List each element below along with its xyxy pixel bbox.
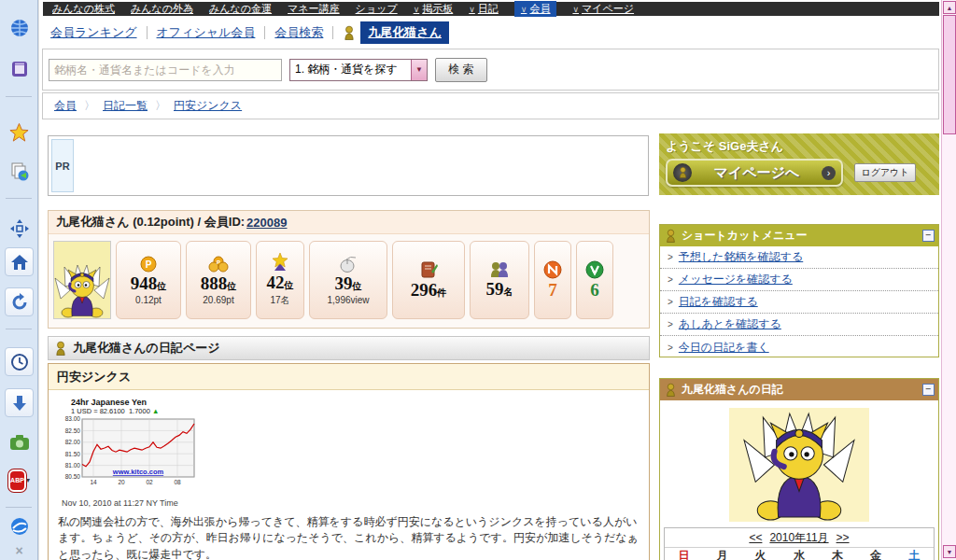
download-button[interactable] (5, 388, 34, 417)
calendar-month-label[interactable]: 2010年11月 (769, 530, 828, 546)
symbol-search-panel: 1. 銘柄・通貨を探す ▼ 検 索 (42, 49, 939, 91)
svg-text:www.kitco.com: www.kitco.com (112, 468, 164, 476)
badge-orange-icon (543, 260, 562, 279)
diary-article: 円安ジンクス 24hr Japanese Yen 1 USD = 82.6100… (48, 363, 650, 560)
weekday-thu: 木 (819, 548, 857, 560)
weekday-sat: 土 (895, 548, 934, 560)
nav-money-kouza[interactable]: マネー講座 (288, 2, 340, 16)
ie-browser-icon[interactable] (8, 515, 30, 537)
link-official-members[interactable]: オフィシャル会員 (157, 24, 256, 41)
svg-text:02: 02 (146, 479, 153, 485)
point-coin-icon: P (140, 256, 157, 273)
shortcut-link-messages[interactable]: メッセージを確認する (679, 272, 793, 287)
search-input[interactable] (49, 59, 282, 81)
favorites-star-icon[interactable] (8, 121, 30, 143)
nav-mypage[interactable]: ∨マイページ (572, 2, 634, 16)
mypage-button[interactable]: マイページへ › (666, 159, 843, 187)
globe-icon[interactable] (8, 17, 30, 38)
history-clock-button[interactable] (5, 347, 34, 376)
svg-text:80.50: 80.50 (65, 473, 81, 480)
scroll-down-button[interactable]: ▼ (943, 545, 956, 558)
calendar-prev-link[interactable]: << (749, 531, 762, 544)
crumb-current-entry[interactable]: 円安ジンクス (174, 98, 242, 114)
scroll-up-button[interactable]: ▲ (943, 1, 956, 14)
shortcut-link-footprints[interactable]: あしあとを確認する (679, 316, 781, 332)
shortcut-item: >あしあとを確認する (660, 314, 938, 336)
current-member-tab[interactable]: 九尾化猫さん (360, 21, 449, 44)
diary-calendar: << 2010年11月 >> 日 月 火 水 木 金 土 (664, 527, 935, 560)
chart-title: 24hr Japanese Yen (58, 398, 217, 407)
search-category-select[interactable]: 1. 銘柄・通貨を探す ▼ (289, 59, 428, 81)
scrollbar-thumb[interactable] (943, 15, 956, 134)
breadcrumb-separator: 〉 (155, 98, 166, 114)
member-pawn-icon (665, 229, 677, 244)
nav-minna-kabushiki[interactable]: みんなの株式 (52, 2, 115, 16)
link-member-ranking[interactable]: 会員ランキング (50, 24, 137, 41)
divider (332, 26, 333, 39)
nav-nikki[interactable]: ∨日記 (469, 2, 499, 16)
stat-value: 42 (267, 273, 285, 292)
member-avatar[interactable] (53, 241, 111, 319)
stat-sub: 20.69pt (203, 295, 233, 305)
diary-book-icon (419, 260, 438, 279)
article-text: 私の関連会社の方で、海外出張から帰ってきて、精算をする時必ず円安になるというジン… (58, 514, 640, 560)
stat-total-point-rank[interactable]: P 888位 20.69pt (186, 241, 251, 319)
member-title: 九尾化猫さん (0.12point) / 会員ID: 220089 (49, 211, 649, 234)
stat-point-rank[interactable]: P 948位 0.12pt (116, 241, 181, 319)
select-arrow-icon[interactable]: ▼ (411, 60, 427, 80)
calendar-next-link[interactable]: >> (836, 531, 850, 544)
nav-kaiin-active[interactable]: ∨会員 (514, 1, 557, 17)
nav-minna-gaitame[interactable]: みんなの外為 (131, 2, 193, 16)
stat-unit: 位 (353, 281, 362, 291)
shortcut-menu-box: ショートカットメニュー − >予想した銘柄を確認する >メッセージを確認する >… (659, 224, 939, 357)
stat-unit: 位 (157, 281, 166, 291)
stat-value: 296 (411, 280, 438, 300)
stat-fan-rank[interactable]: 42位 17名 (256, 241, 304, 319)
search-button[interactable]: 検 索 (435, 58, 487, 82)
stat-friend-count[interactable]: 59名 (470, 241, 529, 319)
adblock-icon[interactable]: ABP ▾ (8, 469, 30, 491)
stat-news-orange[interactable]: 7 (534, 241, 571, 319)
svg-text:P: P (217, 259, 220, 265)
collapse-button[interactable]: − (922, 230, 935, 242)
stat-value: 6 (590, 280, 599, 300)
dropdown-marker-icon: ∨ (521, 5, 527, 14)
stat-unit: 件 (437, 287, 446, 298)
shortcut-link-predicted-stocks[interactable]: 予想した銘柄を確認する (679, 249, 803, 265)
shortcut-link-write-diary[interactable]: 今日の日記を書く (679, 340, 769, 356)
calendar-weekday-row: 日 月 火 水 木 金 土 (665, 548, 934, 560)
screenshot-camera-icon[interactable] (8, 431, 30, 453)
article-title: 円安ジンクス (49, 364, 649, 390)
stat-news-green[interactable]: 6 (576, 241, 613, 319)
nav-keijiban[interactable]: ∨掲示板 (414, 2, 454, 16)
dropdown-marker-icon: ∨ (572, 5, 579, 14)
nav-shop[interactable]: ショップ (356, 2, 398, 16)
shortcut-menu-header: ショートカットメニュー − (660, 225, 938, 246)
nav-minna-kinun[interactable]: みんなの金運 (209, 2, 272, 16)
stat-access-rank[interactable]: 39位 1,996view (309, 241, 387, 319)
member-avatar-large (729, 408, 869, 522)
new-window-icon[interactable] (8, 58, 30, 79)
close-icon[interactable]: × (8, 539, 30, 560)
stat-unit: 位 (227, 281, 236, 291)
sub-navigation-bar: 会員ランキング オフィシャル会員 会員検索 九尾化猫さん (43, 21, 939, 45)
member-id-link[interactable]: 220089 (246, 216, 287, 230)
arrow-marker: > (668, 252, 673, 262)
home-button[interactable] (5, 247, 34, 276)
pages-globe-icon[interactable] (8, 161, 30, 182)
crumb-diary-list[interactable]: 日記一覧 (103, 98, 148, 114)
toolbar-divider (6, 507, 32, 508)
chart-caption: Nov 10, 2010 at 11:27 NY Time (58, 498, 217, 508)
stat-diary-count[interactable]: 296件 (392, 241, 465, 319)
svg-text:81.00: 81.00 (65, 462, 81, 469)
dropdown-caret-icon[interactable]: ▾ (26, 477, 30, 484)
collapse-button[interactable]: − (922, 384, 935, 396)
refresh-button[interactable] (5, 287, 34, 316)
page-scrollbar[interactable]: ▲ ▼ (941, 0, 956, 560)
logout-button[interactable]: ログアウト (854, 163, 916, 182)
crumb-member[interactable]: 会員 (54, 98, 77, 114)
link-member-search[interactable]: 会員検索 (274, 24, 323, 41)
select-value: 1. 銘柄・通貨を探す (295, 62, 398, 77)
move-pan-icon[interactable] (8, 217, 30, 239)
shortcut-link-diary[interactable]: 日記を確認する (679, 294, 758, 310)
